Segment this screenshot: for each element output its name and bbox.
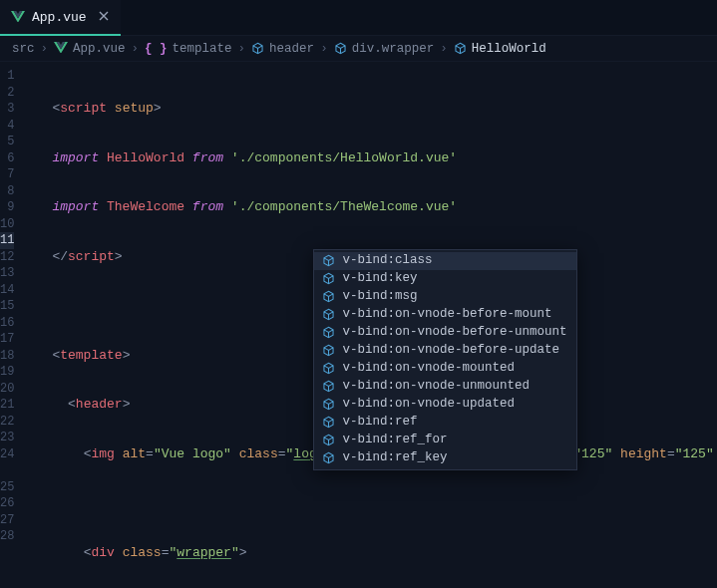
autocomplete-label: v-bind:on-vnode-mounted — [342, 360, 515, 377]
cube-icon — [454, 42, 467, 55]
scrollbar[interactable] — [707, 62, 717, 588]
autocomplete-item[interactable]: v-bind:msg — [314, 288, 576, 306]
cube-icon — [322, 344, 335, 357]
autocomplete-label: v-bind:on-vnode-unmounted — [342, 378, 530, 395]
autocomplete-item[interactable]: v-bind:on-vnode-before-mount — [314, 306, 576, 324]
breadcrumb-file[interactable]: App.vue — [54, 42, 126, 56]
chevron-right-icon: › — [132, 42, 140, 56]
autocomplete-label: v-bind:key — [342, 270, 417, 287]
autocomplete-item[interactable]: v-bind:on-vnode-before-update — [314, 342, 576, 360]
cube-icon — [322, 326, 335, 339]
cube-icon — [322, 398, 335, 411]
cube-icon — [322, 272, 335, 285]
autocomplete-label: v-bind:ref_key — [342, 449, 447, 466]
close-icon[interactable] — [98, 10, 110, 26]
autocomplete-label: v-bind:on-vnode-before-update — [342, 342, 559, 359]
tab-filename: App.vue — [32, 10, 87, 25]
autocomplete-item[interactable]: v-bind:ref_for — [314, 432, 576, 449]
cube-icon — [322, 416, 335, 429]
chevron-right-icon: › — [41, 42, 49, 56]
braces-icon: { } — [145, 42, 168, 56]
autocomplete-item[interactable]: v-bind:class — [314, 252, 576, 270]
breadcrumb-src[interactable]: src — [12, 42, 35, 56]
chevron-right-icon: › — [238, 42, 246, 56]
tab-bar: App.vue — [0, 0, 717, 36]
autocomplete-item[interactable]: v-bind:ref_key — [314, 449, 576, 467]
chevron-right-icon: › — [440, 42, 448, 56]
autocomplete-label: v-bind:ref_for — [342, 432, 447, 448]
cube-icon — [251, 42, 264, 55]
cube-icon — [322, 380, 335, 393]
breadcrumb-wrapper[interactable]: div.wrapper — [334, 42, 435, 56]
breadcrumb-template[interactable]: { } template — [145, 42, 232, 56]
cube-icon — [322, 290, 335, 303]
autocomplete-label: v-bind:on-vnode-before-unmount — [342, 324, 566, 341]
autocomplete-item[interactable]: v-bind:ref — [314, 414, 576, 432]
cube-icon — [334, 42, 347, 55]
code-content[interactable]: <script setup> import HelloWorld from '.… — [24, 62, 717, 588]
cube-icon — [322, 434, 335, 446]
cube-icon — [322, 308, 335, 321]
tab-app-vue[interactable]: App.vue — [0, 0, 121, 35]
autocomplete-label: v-bind:msg — [342, 288, 417, 305]
vue-logo-icon — [11, 11, 25, 25]
autocomplete-label: v-bind:ref — [342, 414, 417, 431]
breadcrumb-header[interactable]: header — [251, 42, 314, 56]
autocomplete-popup[interactable]: v-bind:classv-bind:keyv-bind:msgv-bind:o… — [313, 249, 577, 470]
breadcrumb-helloworld[interactable]: HelloWorld — [454, 42, 546, 56]
autocomplete-item[interactable]: v-bind:key — [314, 270, 576, 288]
autocomplete-item[interactable]: v-bind:on-vnode-mounted — [314, 360, 576, 378]
autocomplete-label: v-bind:on-vnode-before-mount — [342, 306, 551, 323]
autocomplete-item[interactable]: v-bind:on-vnode-updated — [314, 396, 576, 414]
cube-icon — [322, 451, 335, 464]
editor-area[interactable]: 1 2 3 4 5 6 7 8 9 10 11 12 13 14 15 16 1… — [0, 62, 717, 588]
cube-icon — [322, 254, 335, 267]
cube-icon — [322, 362, 335, 375]
line-number-gutter: 1 2 3 4 5 6 7 8 9 10 11 12 13 14 15 16 1… — [0, 62, 24, 588]
autocomplete-item[interactable]: v-bind:on-vnode-before-unmount — [314, 324, 576, 342]
breadcrumb: src › App.vue › { } template › header › … — [0, 36, 717, 62]
autocomplete-label: v-bind:class — [342, 252, 432, 269]
vue-logo-icon — [54, 42, 68, 56]
chevron-right-icon: › — [320, 42, 328, 56]
autocomplete-label: v-bind:on-vnode-updated — [342, 396, 515, 413]
autocomplete-item[interactable]: v-bind:on-vnode-unmounted — [314, 378, 576, 396]
